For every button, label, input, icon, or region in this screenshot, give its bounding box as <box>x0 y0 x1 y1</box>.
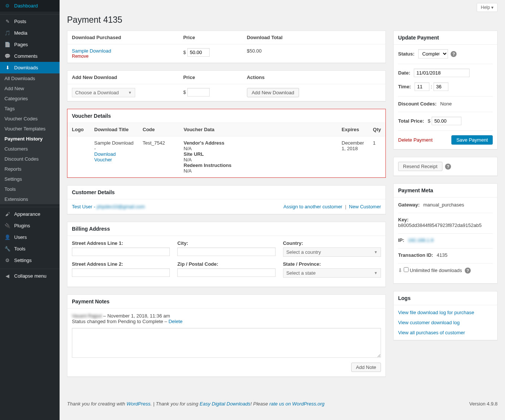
log-purchases-link[interactable]: View all purchases of customer <box>398 330 465 335</box>
col-price: Price <box>179 31 242 44</box>
unlimited-label: Unlimited file downloads <box>410 268 462 273</box>
street2-input[interactable] <box>72 268 170 277</box>
comments-icon: 💬 <box>4 53 11 59</box>
city-label: City: <box>177 240 275 246</box>
download-voucher-link[interactable]: Download Voucher <box>94 151 116 162</box>
time-min-input[interactable] <box>433 82 448 91</box>
submenu-voucher-codes[interactable]: Voucher Codes <box>0 114 60 124</box>
nav-settings[interactable]: ⚙Settings <box>0 255 60 266</box>
log-customer-link[interactable]: View customer download log <box>398 320 460 325</box>
total-price-input[interactable] <box>432 117 461 125</box>
submenu-extensions[interactable]: Extensions <box>0 194 60 204</box>
page-title: Payment 4135 <box>67 15 498 25</box>
appearance-icon: 🖌 <box>4 211 11 217</box>
submenu-customers[interactable]: Customers <box>0 144 60 154</box>
log-download-link[interactable]: View file download log for purchase <box>398 310 474 315</box>
collapse-menu[interactable]: ◀Collapse menu <box>0 270 60 282</box>
nav-posts[interactable]: ✎Posts <box>0 16 60 27</box>
submenu-tools[interactable]: Tools <box>0 184 60 194</box>
delete-note-link[interactable]: Delete <box>168 319 182 324</box>
status-select[interactable]: Complete <box>418 49 448 59</box>
payment-meta-box: Payment Meta Gateway: manual_purchases K… <box>393 183 498 284</box>
nav-comments[interactable]: 💬Comments <box>0 50 60 62</box>
zip-input[interactable] <box>177 268 275 277</box>
col-download-total: Download Total <box>242 31 385 44</box>
notes-textarea[interactable] <box>72 328 381 358</box>
col-logo: Logo <box>67 123 90 136</box>
currency-symbol: $ <box>183 89 186 95</box>
state-label: State / Province: <box>283 261 381 267</box>
notes-title: Payment Notes <box>72 299 381 304</box>
submenu-payment-history[interactable]: Payment History <box>0 134 60 144</box>
download-total: $50.00 <box>242 44 385 63</box>
ip-value[interactable]: 192.168.1.9 <box>408 237 433 243</box>
purchased-item-link[interactable]: Sample Download <box>72 48 174 54</box>
customer-details-box: Customer Details Test User - phpdev10@gm… <box>67 185 386 214</box>
help-icon[interactable]: ? <box>445 164 451 170</box>
tools-icon: 🔧 <box>4 246 11 252</box>
users-icon: 👤 <box>4 234 11 240</box>
save-payment-button[interactable]: Save Payment <box>451 135 493 145</box>
resend-receipt-box: Resend Receipt ? <box>393 157 498 176</box>
admin-footer: Thank you for creating with WordPress. |… <box>67 395 498 407</box>
submenu-tags[interactable]: Tags <box>0 104 60 114</box>
date-input[interactable] <box>414 69 470 77</box>
nav-dashboard[interactable]: ⚙Dashboard <box>0 0 60 12</box>
submenu-voucher-templates[interactable]: Voucher Templates <box>0 124 60 134</box>
country-select[interactable]: Select a country▼ <box>283 247 381 257</box>
note-meta: – November 1, 2018, 11:36 am <box>103 313 170 319</box>
unlimited-checkbox[interactable] <box>404 267 409 272</box>
discount-codes-label: Discount Codes: <box>398 101 436 107</box>
time-label: Time: <box>398 84 411 89</box>
help-tab[interactable]: Help ▾ <box>477 3 498 12</box>
submenu-settings[interactable]: Settings <box>0 174 60 184</box>
add-note-button[interactable]: Add Note <box>351 363 381 372</box>
submenu-reports[interactable]: Reports <box>0 164 60 174</box>
add-new-download-button[interactable]: Add New Download <box>247 88 299 97</box>
nav-appearance[interactable]: 🖌Appearance <box>0 208 60 220</box>
new-customer-link[interactable]: New Customer <box>349 204 381 209</box>
resend-receipt-button[interactable]: Resend Receipt <box>398 162 442 171</box>
chevron-down-icon: ▼ <box>128 91 132 95</box>
rate-link[interactable]: rate us on WordPress.org <box>269 401 324 407</box>
downloads-icon: ⬇ <box>4 65 11 70</box>
voucher-code: Test_7542 <box>138 136 179 178</box>
remove-item-link[interactable]: Remove <box>72 54 174 59</box>
help-icon[interactable]: ? <box>451 51 457 57</box>
date-label: Date: <box>398 70 410 76</box>
nav-plugins[interactable]: 🔌Plugins <box>0 220 60 231</box>
nav-pages[interactable]: 📄Pages <box>0 39 60 50</box>
vendor-address-label: Vendor's Address <box>184 140 225 146</box>
nav-tools[interactable]: 🔧Tools <box>0 243 60 255</box>
street1-input[interactable] <box>72 247 170 256</box>
submenu-all-downloads[interactable]: All Downloads <box>0 73 60 83</box>
assign-customer-link[interactable]: Assign to another customer <box>283 204 342 209</box>
col-voucher-data: Voucher Data <box>179 123 337 136</box>
wp-version: Version 4.9.8 <box>469 401 498 407</box>
nav-downloads[interactable]: ⬇Downloads <box>0 62 60 73</box>
time-hour-input[interactable] <box>415 82 429 91</box>
help-icon[interactable]: ? <box>465 268 471 274</box>
submenu-add-new[interactable]: Add New <box>0 83 60 94</box>
nav-users[interactable]: 👤Users <box>0 231 60 243</box>
voucher-details-box: Voucher Details Logo Download Title Code… <box>67 109 386 178</box>
posts-icon: ✎ <box>4 19 11 24</box>
status-label: Status: <box>398 51 415 57</box>
edd-link[interactable]: Easy Digital Downloads <box>200 401 251 407</box>
delete-payment-link[interactable]: Delete Payment <box>398 137 433 143</box>
price-input[interactable] <box>187 48 210 57</box>
customer-name-link[interactable]: Test User - <box>72 204 96 209</box>
col-add-download: Add New Download <box>67 71 179 84</box>
nav-media[interactable]: 🎵Media <box>0 27 60 39</box>
state-select[interactable]: Select a state▼ <box>283 268 381 278</box>
choose-download-select[interactable]: Choose a Download▼ <box>72 88 135 97</box>
submenu-discount-codes[interactable]: Discount Codes <box>0 154 60 164</box>
customer-details-title: Customer Details <box>72 189 381 195</box>
note-text: Status changed from Pending to Complete … <box>72 319 168 324</box>
submenu-categories[interactable]: Categories <box>0 94 60 104</box>
new-price-input[interactable] <box>187 88 210 97</box>
dashboard-icon: ⚙ <box>4 3 11 9</box>
city-input[interactable] <box>177 247 275 256</box>
col-expires: Expires <box>337 123 368 136</box>
wordpress-link[interactable]: WordPress <box>127 401 150 407</box>
